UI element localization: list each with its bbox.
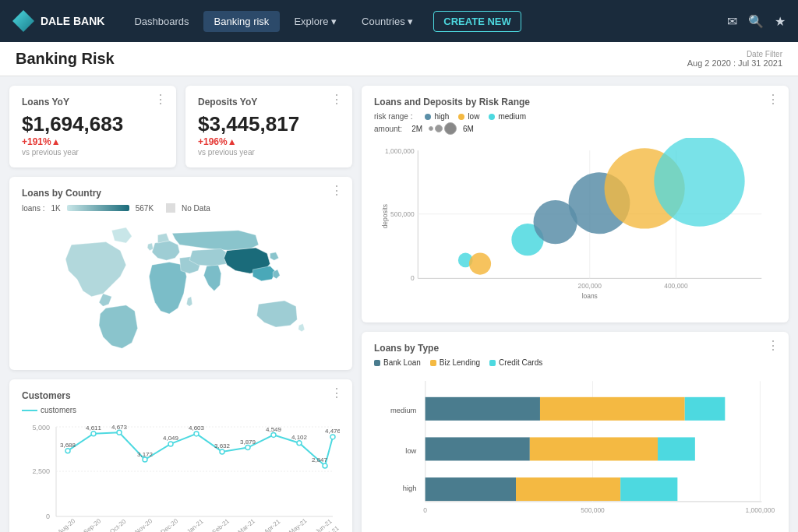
deposits-kpi-change: +196%▲ [198,136,340,147]
customers-legend-label: customers [41,406,76,414]
risk-high-legend: high [425,112,449,121]
amount-circles [429,122,457,135]
svg-point-61 [654,138,744,227]
nav-links: Dashboards Banking risk Explore ▾ Countr… [123,11,727,32]
svg-text:loans: loans [582,292,598,300]
world-map [22,219,340,351]
svg-rect-75 [425,437,530,460]
svg-text:0: 0 [46,513,50,520]
svg-point-15 [271,432,276,437]
svg-text:5,000: 5,000 [32,424,50,432]
scatter-card-menu[interactable]: ⋮ [767,93,779,106]
star-icon[interactable]: ★ [775,14,786,29]
dashboard-grid: Loans YoY ⋮ $1,694,683 +191%▲ vs previou… [0,76,798,532]
risk-low-legend: low [458,112,479,121]
svg-rect-72 [540,397,685,421]
bank-loan-color [374,360,380,366]
customers-legend: customers [22,406,340,414]
scatter-card-title: Loans and Deposits by Risk Range [374,97,776,107]
svg-text:3,879: 3,879 [240,439,256,446]
nav-banking-risk[interactable]: Banking risk [203,11,281,32]
svg-text:400,000: 400,000 [664,282,688,290]
svg-rect-76 [530,437,658,460]
svg-point-7 [65,449,70,453]
loans-kpi-sub: vs previous year [22,148,164,157]
svg-text:3,688: 3,688 [60,442,76,449]
date-filter[interactable]: Date Filter Aug 2 2020 : Jul 31 2021 [687,50,782,68]
customers-card: Customers ⋮ customers 0 2,500 5,000 [9,379,352,532]
low-color [458,114,464,120]
navbar: DALE BANK Dashboards Banking risk Explor… [0,0,798,42]
nav-dashboards[interactable]: Dashboards [123,11,200,32]
mail-icon[interactable]: ✉ [727,14,737,29]
circle-md [444,122,457,135]
svg-point-11 [168,442,173,446]
svg-text:4,476: 4,476 [325,428,340,435]
svg-text:low: low [405,447,416,455]
bank-loan-label: Bank Loan [383,358,421,367]
loans-kpi-title: Loans YoY [22,97,164,107]
svg-text:Apr-21: Apr-21 [263,518,282,532]
nav-explore[interactable]: Explore ▾ [283,11,348,32]
customers-card-menu[interactable]: ⋮ [330,387,343,400]
svg-rect-81 [620,477,677,501]
svg-text:200,000: 200,000 [578,282,602,290]
amount-label: amount: [374,125,402,133]
amount-min: 2M [411,125,422,133]
page-title: Banking Risk [16,50,115,68]
search-icon[interactable]: 🔍 [748,14,764,29]
svg-text:4,673: 4,673 [111,424,128,431]
credit-cards-label: Credit Cards [499,358,542,367]
left-column: Loans YoY ⋮ $1,694,683 +191%▲ vs previou… [9,86,352,532]
scatter-svg: 0 500,000 1,000,000 200,000 400,000 loan… [374,138,776,309]
loans-kpi-value: $1,694,683 [22,112,164,136]
brand-logo[interactable]: DALE BANK [12,10,104,32]
svg-text:2,500: 2,500 [32,467,50,475]
svg-rect-71 [425,397,540,421]
kpi-row: Loans YoY ⋮ $1,694,683 +191%▲ vs previou… [9,86,352,167]
loans-kpi-menu[interactable]: ⋮ [154,93,167,106]
svg-point-14 [245,446,250,450]
nav-countries[interactable]: Countries ▾ [351,11,424,32]
biz-lending-legend: Biz Lending [430,358,480,367]
low-label: low [468,112,479,121]
svg-text:May-21: May-21 [288,517,309,532]
svg-text:Oct-20: Oct-20 [108,518,128,532]
loans-by-type-card: Loans by Type ⋮ Bank Loan Biz Lending Cr… [362,332,789,532]
svg-text:3,632: 3,632 [214,442,231,449]
brand-icon [12,10,34,32]
svg-text:Feb-21: Feb-21 [211,517,231,532]
medium-color [489,114,495,120]
deposits-kpi-title: Deposits YoY [198,97,340,107]
bar-card-title: Loans by Type [374,343,776,354]
map-gradient-bar [67,205,129,211]
bar-card-menu[interactable]: ⋮ [767,340,779,352]
world-map-svg [22,219,340,351]
svg-text:500,000: 500,000 [390,210,415,218]
deposits-kpi-card: Deposits YoY ⋮ $3,445,817 +196%▲ vs prev… [185,86,352,167]
svg-point-56 [469,253,491,275]
svg-text:medium: medium [390,407,417,414]
map-legend-label: loans : [22,204,44,213]
scatter-card: Loans and Deposits by Risk Range ⋮ risk … [362,86,789,322]
deposits-kpi-menu[interactable]: ⋮ [330,93,343,106]
nav-create-new[interactable]: CREATE NEW [433,11,521,32]
biz-lending-label: Biz Lending [440,358,480,367]
svg-text:high: high [403,484,417,492]
svg-point-18 [330,435,335,439]
svg-text:Mar-21: Mar-21 [237,517,257,532]
map-card-title: Loans by Country [22,188,340,199]
svg-rect-73 [685,397,726,421]
circle-sm [435,125,443,132]
map-card-menu[interactable]: ⋮ [330,185,343,197]
map-legend: loans : 1K 567K No Data [22,203,340,213]
svg-text:Dec-20: Dec-20 [160,517,180,532]
svg-text:3,172: 3,172 [137,451,154,458]
svg-point-17 [323,463,327,468]
deposits-kpi-value: $3,445,817 [198,112,340,136]
svg-text:Nov-20: Nov-20 [134,517,154,532]
svg-text:500,000: 500,000 [581,506,605,514]
svg-text:4,102: 4,102 [291,434,308,441]
map-legend-max: 567K [136,204,154,213]
bar-legend: Bank Loan Biz Lending Credit Cards [374,358,776,367]
